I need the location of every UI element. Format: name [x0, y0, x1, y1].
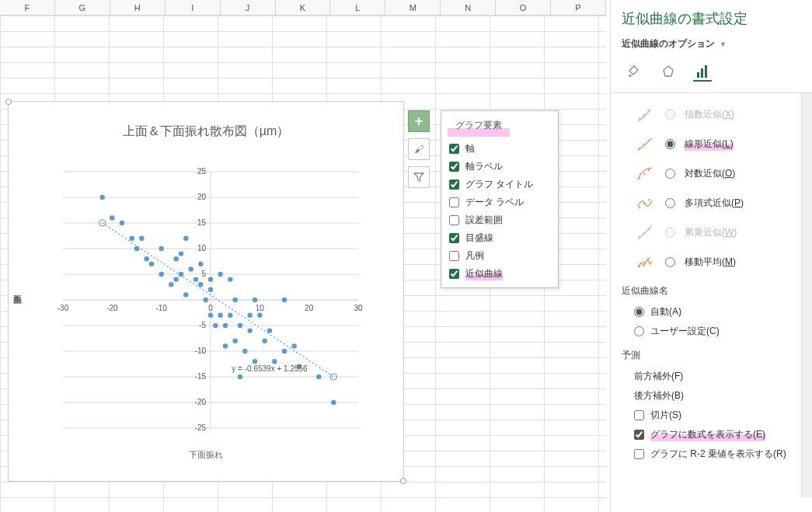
svg-point-105	[643, 262, 646, 264]
popup-checkbox[interactable]	[449, 233, 459, 243]
svg-point-98	[639, 207, 641, 209]
popup-item[interactable]: データ ラベル	[441, 193, 558, 211]
pane-scrollbar[interactable]	[801, 93, 812, 497]
column-header[interactable]: J	[221, 0, 276, 15]
tab-fill[interactable]	[625, 63, 643, 82]
chart-filters-button[interactable]	[408, 166, 430, 188]
name-auto-radio[interactable]: 自動(A)	[622, 302, 801, 322]
column-header[interactable]: G	[55, 0, 110, 15]
popup-checkbox[interactable]	[449, 215, 459, 225]
svg-text:0: 0	[208, 304, 213, 312]
popup-item[interactable]: 目盛線	[441, 229, 558, 247]
svg-point-33	[129, 236, 134, 241]
svg-point-99	[643, 203, 646, 205]
trend-type-radio[interactable]	[665, 139, 675, 149]
forecast-forward[interactable]: 前方補外(F)	[622, 367, 801, 386]
svg-point-50	[198, 262, 203, 266]
svg-text:-10: -10	[155, 304, 167, 312]
trend-curve-icon	[634, 135, 656, 152]
svg-point-80	[331, 400, 336, 405]
column-header[interactable]: O	[496, 0, 551, 15]
trend-type-m[interactable]: 移動平均(M)	[634, 247, 801, 277]
pane-subtitle[interactable]: 近似曲線のオプション ▼	[622, 37, 801, 51]
svg-point-42	[173, 256, 178, 261]
svg-point-51	[203, 298, 207, 302]
popup-checkbox[interactable]	[449, 269, 459, 279]
trend-type-label: 線形近似(L)	[685, 138, 734, 151]
svg-text:y = -0.6539x + 1.2556: y = -0.6539x + 1.2556	[232, 364, 308, 373]
plus-icon: +	[415, 113, 423, 130]
trend-type-label: 指数近似(X)	[685, 108, 734, 121]
popup-checkbox[interactable]	[449, 197, 459, 207]
trend-type-o[interactable]: 対数近似(O)	[634, 158, 801, 188]
popup-item-label: グラフ タイトル	[465, 178, 533, 191]
show-equation-checkbox[interactable]: グラフに数式を表示する(E)	[622, 425, 801, 444]
popup-item[interactable]: 近似曲線	[441, 265, 558, 283]
svg-rect-88	[705, 65, 707, 78]
svg-point-89	[639, 118, 641, 120]
trend-curve-icon	[634, 253, 656, 270]
popup-item[interactable]: 凡例	[441, 247, 558, 265]
name-custom-radio[interactable]: ユーザー設定(C)	[622, 322, 801, 341]
tab-options[interactable]	[693, 63, 712, 82]
chart-plot-area[interactable]: -30-20-100102030-25-20-15-10-5510152025y…	[47, 156, 374, 444]
svg-point-52	[208, 277, 213, 281]
pane-title: 近似曲線の書式設定	[622, 9, 801, 28]
y-axis-label[interactable]: 上面振れ	[12, 288, 23, 298]
svg-point-62	[232, 298, 237, 302]
chart-title[interactable]: 上面＆下面振れ散布図（µm）	[9, 124, 403, 140]
column-header[interactable]: I	[166, 0, 221, 15]
popup-checkbox[interactable]	[449, 179, 459, 190]
popup-checkbox[interactable]	[449, 162, 459, 172]
x-axis-label[interactable]: 下面振れ	[9, 449, 403, 461]
popup-item[interactable]: グラフ タイトル	[441, 176, 558, 193]
trend-type-radio[interactable]	[665, 169, 675, 179]
trend-type-radio[interactable]	[665, 198, 675, 208]
column-header[interactable]: P	[551, 0, 606, 15]
trend-curve-icon	[634, 165, 656, 182]
column-header[interactable]: F	[0, 0, 55, 15]
svg-point-103	[648, 228, 650, 231]
intercept-checkbox[interactable]: 切片(S)	[622, 406, 801, 425]
svg-point-61	[228, 277, 232, 281]
chart-elements-button[interactable]: +	[408, 110, 430, 132]
svg-point-55	[213, 323, 218, 328]
svg-point-75	[282, 349, 287, 354]
trend-type-l[interactable]: 線形近似(L)	[634, 129, 801, 158]
trend-type-label: 移動平均(M)	[685, 256, 736, 269]
column-header[interactable]: M	[385, 0, 441, 15]
show-r2-checkbox[interactable]: グラフに R-2 乗値を表示する(R)	[622, 444, 801, 464]
popup-checkbox[interactable]	[449, 251, 459, 261]
svg-point-101	[639, 236, 641, 239]
popup-item[interactable]: 軸ラベル	[441, 158, 558, 176]
column-header[interactable]: N	[441, 0, 496, 15]
chart-styles-button[interactable]: 🖌	[408, 138, 430, 160]
svg-point-60	[228, 313, 232, 318]
popup-item[interactable]: 誤差範囲	[441, 211, 558, 229]
trend-type-p[interactable]: 多項式近似(P)	[634, 188, 801, 218]
tab-effects[interactable]	[659, 63, 678, 82]
trend-type-w: 累乗近似(W)	[634, 218, 801, 247]
svg-text:25: 25	[197, 167, 207, 176]
brush-icon: 🖌	[414, 144, 423, 155]
svg-point-64	[238, 323, 242, 328]
svg-point-68	[247, 313, 252, 318]
svg-point-30	[99, 195, 104, 200]
svg-text:20: 20	[305, 304, 314, 312]
column-header[interactable]: L	[330, 0, 385, 15]
trend-curve-icon	[634, 106, 656, 123]
column-headers: FGHIJKLMNOP	[0, 0, 606, 16]
column-header[interactable]: H	[110, 0, 166, 15]
column-header[interactable]: K	[276, 0, 331, 15]
forecast-backward[interactable]: 後方補外(B)	[622, 386, 801, 406]
chart-container[interactable]: 上面＆下面振れ散布図（µm） 上面振れ -30-20-100102030-25-…	[8, 101, 404, 482]
svg-point-90	[643, 114, 646, 117]
popup-item[interactable]: 軸	[441, 140, 558, 158]
svg-point-38	[159, 246, 163, 251]
trend-type-radio[interactable]	[665, 257, 675, 267]
popup-checkbox[interactable]	[449, 144, 459, 154]
chart-elements-popup: グラフ要素 軸軸ラベルグラフ タイトルデータ ラベル誤差範囲目盛線凡例近似曲線	[441, 110, 559, 288]
trend-type-radio	[665, 110, 675, 120]
svg-point-73	[267, 328, 272, 333]
forecast-section: 予測	[622, 349, 801, 362]
